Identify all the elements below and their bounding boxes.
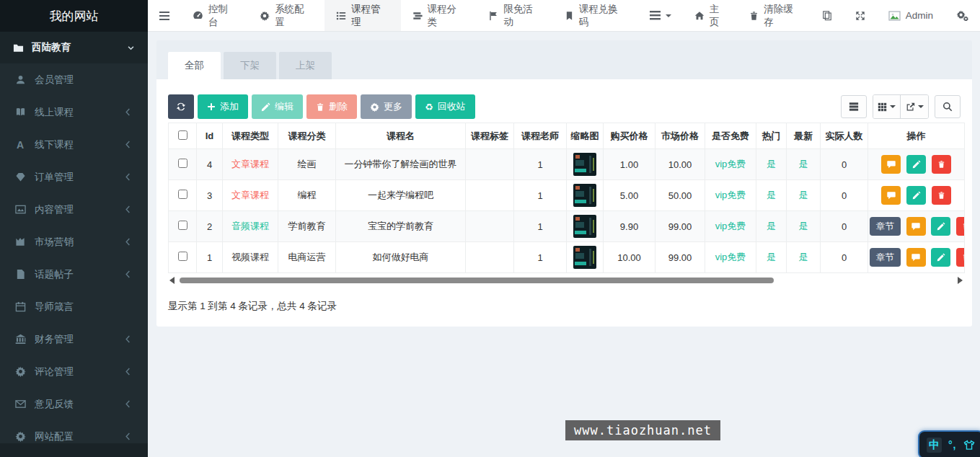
nav-home[interactable]: 主页 <box>683 0 738 31</box>
cell-hot[interactable]: 是 <box>756 211 787 242</box>
tab-on-shelf[interactable]: 上架 <box>279 52 332 79</box>
delete-row-button[interactable] <box>932 186 951 205</box>
search-button[interactable] <box>935 95 961 118</box>
export-dropdown-button[interactable] <box>901 95 928 118</box>
more-button[interactable]: 更多 <box>361 94 412 119</box>
sidebar-item-marketing[interactable]: 市场营销 <box>0 226 148 258</box>
columns-dropdown-button[interactable] <box>873 95 901 118</box>
row-checkbox[interactable] <box>178 252 187 261</box>
course-thumbnail[interactable] <box>573 184 596 207</box>
course-thumbnail[interactable] <box>573 153 596 176</box>
cell-hot[interactable]: 是 <box>756 242 787 273</box>
sidebar-section-school[interactable]: 西陆教育 <box>0 32 148 63</box>
refresh-button[interactable] <box>168 94 194 119</box>
watermark: www.tiaozhuan.net <box>565 420 720 440</box>
sidebar-item-feedback[interactable]: 意见反馈 <box>0 388 148 420</box>
cell-free[interactable]: vip免费 <box>705 149 756 180</box>
sidebar-toggle-button[interactable] <box>148 0 181 31</box>
sidebar-item-content[interactable]: 内容管理 <box>0 193 148 226</box>
nav-course-management[interactable]: 课程管理 <box>325 0 401 31</box>
cell-free[interactable]: vip免费 <box>705 242 756 273</box>
nav-system-config[interactable]: 系统配置 <box>248 0 325 31</box>
nav-label: 清除缓存 <box>764 3 799 29</box>
delete-row-button[interactable] <box>956 248 965 267</box>
scrollbar-thumb[interactable] <box>180 278 774 283</box>
cell-free[interactable]: vip免费 <box>705 180 756 211</box>
layers-icon <box>412 11 423 21</box>
nav-user[interactable]: Admin <box>877 0 945 31</box>
cell-category: 绘画 <box>278 149 336 180</box>
pages-icon <box>822 10 832 21</box>
course-thumbnail[interactable] <box>573 246 596 269</box>
sidebar-item-orders[interactable]: 订单管理 <box>0 161 148 193</box>
tab-all[interactable]: 全部 <box>168 52 221 79</box>
sidebar-item-online-courses[interactable]: 线上课程 <box>0 96 148 128</box>
cell-new[interactable]: 是 <box>787 242 821 273</box>
select-all-checkbox[interactable] <box>178 130 187 140</box>
select-all-cell <box>169 123 197 149</box>
recycle-bin-button[interactable]: ♻ 回收站 <box>415 94 475 119</box>
scroll-right-arrow-icon[interactable] <box>958 277 963 284</box>
ime-skin-icon[interactable] <box>963 440 975 451</box>
row-checkbox[interactable] <box>178 159 187 168</box>
cell-id: 3 <box>197 180 223 211</box>
cell-market-price: 99.00 <box>655 211 705 242</box>
sidebar-item-offline-courses[interactable]: A 线下课程 <box>0 128 148 161</box>
nav-check-update[interactable] <box>811 0 844 31</box>
comment-button[interactable] <box>906 217 926 236</box>
tab-off-shelf[interactable]: 下架 <box>224 52 276 79</box>
detail-view-icon <box>849 102 859 112</box>
edit-row-button[interactable] <box>931 217 950 236</box>
comment-button[interactable] <box>906 248 926 267</box>
scroll-left-arrow-icon[interactable] <box>169 277 175 284</box>
chapter-button[interactable]: 章节 <box>870 248 901 267</box>
record-count-text: 显示第 1 到第 4 条记录，总共 4 条记录 <box>168 300 961 313</box>
cell-free[interactable]: vip免费 <box>705 211 756 242</box>
sidebar-item-comments[interactable]: 评论管理 <box>0 355 148 388</box>
cell-market-price: 10.00 <box>655 149 705 180</box>
sidebar-item-label: 线上课程 <box>35 106 74 119</box>
comment-button[interactable] <box>881 155 901 174</box>
sidebar-item-finance[interactable]: 财务管理 <box>0 323 148 355</box>
avatar <box>888 10 901 22</box>
nav-redeem-codes[interactable]: 课程兑换码 <box>553 0 638 31</box>
edit-button[interactable]: 编辑 <box>252 94 303 119</box>
cell-hot[interactable]: 是 <box>756 149 787 180</box>
nav-settings[interactable] <box>945 0 980 31</box>
nav-dashboard[interactable]: 控制台 <box>181 0 248 31</box>
sidebar-item-topics[interactable]: 话题帖子 <box>0 258 148 290</box>
ime-punctuation-button[interactable]: °, <box>948 439 957 451</box>
chapter-button[interactable]: 章节 <box>870 217 901 236</box>
nav-course-categories[interactable]: 课程分类 <box>401 0 477 31</box>
nav-clear-cache[interactable]: 清除缓存 <box>738 0 811 31</box>
calendar-icon <box>14 301 26 312</box>
nav-free-activities[interactable]: 限免活动 <box>477 0 553 31</box>
cell-new[interactable]: 是 <box>787 180 821 211</box>
edit-row-button[interactable] <box>906 186 926 205</box>
comment-button[interactable] <box>881 186 901 205</box>
cell-new[interactable]: 是 <box>787 149 821 180</box>
course-thumbnail[interactable] <box>573 215 596 238</box>
detail-view-button[interactable] <box>841 95 867 118</box>
nav-menu-dropdown[interactable] <box>638 0 683 31</box>
delete-row-button[interactable] <box>932 155 951 174</box>
row-checkbox[interactable] <box>178 221 187 230</box>
sidebar-menu: 会员管理 线上课程 A 线下课程 订单管理 内容管理 市场营销 <box>0 63 148 453</box>
edit-row-button[interactable] <box>931 248 950 267</box>
ime-language-button[interactable]: 中 <box>927 438 942 453</box>
nav-fullscreen[interactable] <box>844 0 877 31</box>
cell-new[interactable]: 是 <box>787 211 821 242</box>
delete-button[interactable]: 删除 <box>306 94 357 119</box>
sidebar-item-mentor-quotes[interactable]: 导师箴言 <box>0 290 148 323</box>
sidebar-item-members[interactable]: 会员管理 <box>0 63 148 96</box>
edit-row-button[interactable] <box>906 155 926 174</box>
plus-icon <box>207 102 216 111</box>
button-label: 更多 <box>384 100 402 113</box>
delete-row-button[interactable] <box>956 217 965 236</box>
navbar-right: 主页 清除缓存 Admin <box>638 0 980 31</box>
image-icon <box>14 204 26 215</box>
ime-toolbar[interactable]: 中 °, <box>918 430 980 457</box>
row-checkbox[interactable] <box>178 190 187 199</box>
add-button[interactable]: 添加 <box>198 94 248 119</box>
cell-hot[interactable]: 是 <box>756 180 787 211</box>
